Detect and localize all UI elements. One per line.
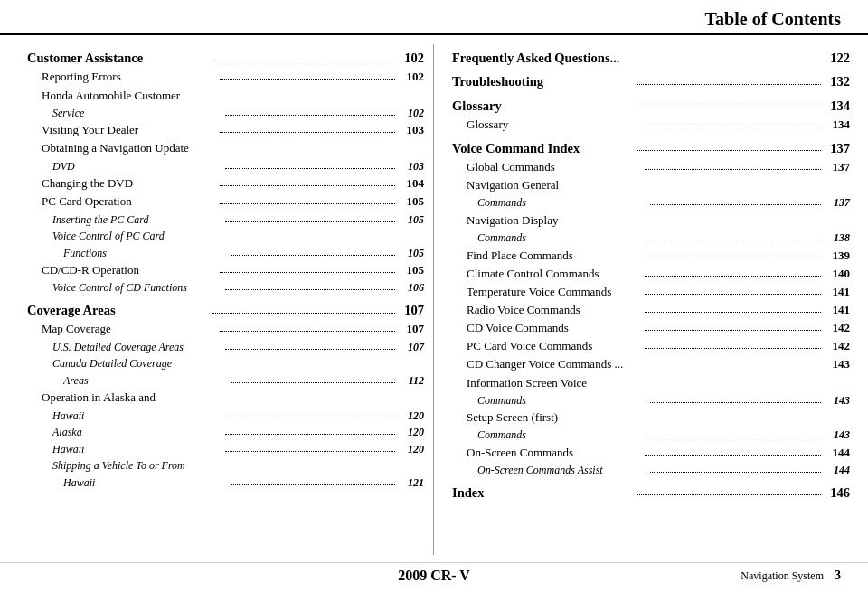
toc-page: 144	[825, 444, 850, 462]
toc-title: Temperature Voice Commands	[467, 283, 643, 301]
toc-dots	[231, 372, 396, 383]
toc-title: PC Card Voice Commands	[467, 337, 643, 355]
toc-title: Commands	[477, 230, 648, 247]
toc-page: 105	[399, 261, 424, 279]
toc-title: Troubleshooting	[452, 71, 636, 91]
toc-title: Commands	[477, 427, 648, 444]
toc-page: 137	[825, 138, 850, 158]
toc-dots	[637, 138, 821, 152]
toc-page: 141	[825, 301, 850, 319]
toc-page: 102	[399, 68, 424, 86]
toc-entry: Index146	[452, 483, 850, 503]
toc-page: 146	[825, 483, 850, 503]
toc-dots	[225, 211, 396, 222]
toc-title: U.S. Detailed Coverage Areas	[52, 339, 223, 356]
toc-dots	[650, 462, 821, 473]
toc-dots	[650, 194, 821, 205]
toc-page: 122	[825, 48, 850, 68]
toc-entry: Hawaii121	[27, 475, 424, 492]
toc-title: Find Place Commands	[467, 247, 643, 265]
toc-title: Areas	[63, 372, 229, 390]
toc-page: 134	[825, 116, 850, 134]
toc-title: Setup Screen (first)	[467, 409, 850, 427]
toc-entry: Commands137	[452, 194, 850, 211]
toc-dots	[220, 320, 396, 332]
toc-dots	[225, 105, 396, 116]
toc-dots	[225, 339, 396, 350]
left-column: Customer Assistance102Reporting Errors10…	[0, 44, 434, 555]
toc-title: Glossary	[452, 96, 636, 116]
toc-entry: Map Coverage107	[27, 320, 424, 338]
main-content: Customer Assistance102Reporting Errors10…	[0, 35, 868, 555]
toc-page: 121	[399, 475, 424, 492]
toc-page: 102	[399, 105, 424, 122]
toc-title: Map Coverage	[42, 320, 218, 338]
toc-dots	[650, 392, 821, 403]
toc-title: PC Card Operation	[42, 193, 218, 211]
toc-title: Voice Control of PC Card	[52, 228, 424, 245]
toc-entry: On-Screen Commands Assist144	[452, 462, 850, 479]
page-header: Table of Contents	[0, 0, 868, 35]
toc-entry: Inserting the PC Card105	[27, 211, 424, 229]
toc-title: Operation in Alaska and	[42, 389, 424, 407]
toc-page: 104	[399, 174, 424, 193]
toc-entry: Reporting Errors102	[27, 68, 424, 86]
footer-right-label: Navigation System	[741, 569, 824, 582]
toc-dots	[645, 337, 821, 349]
toc-entry: Coverage Areas107	[27, 300, 424, 320]
toc-page: 120	[399, 408, 424, 425]
toc-title: Navigation Display	[467, 211, 850, 230]
toc-page: 107	[399, 320, 424, 338]
toc-dots	[645, 265, 821, 277]
toc-title: Alaska	[52, 424, 223, 441]
toc-dots	[225, 408, 396, 418]
right-column: Frequently Asked Questions...122Troubles…	[434, 44, 868, 555]
toc-dots	[645, 158, 821, 170]
toc-dots	[212, 48, 396, 61]
toc-page: 142	[825, 319, 850, 337]
toc-title: Glossary	[467, 116, 643, 134]
toc-page: 137	[825, 158, 850, 176]
toc-page: 142	[825, 337, 850, 355]
toc-entry: CD Changer Voice Commands ...143	[452, 355, 850, 373]
toc-entry: Alaska120	[27, 424, 424, 441]
toc-entry: Canada Detailed Coverage	[27, 355, 424, 372]
toc-dots	[220, 68, 396, 80]
toc-title: Honda Automobile Customer	[42, 87, 424, 105]
toc-page: 103	[399, 158, 424, 175]
toc-entry: Customer Assistance102	[27, 48, 424, 68]
toc-entry: Service102	[27, 105, 424, 122]
toc-entry: PC Card Operation105	[27, 193, 424, 211]
toc-entry: Commands143	[452, 427, 850, 444]
toc-page: 105	[399, 211, 424, 229]
toc-title: Obtaining a Navigation Update	[42, 139, 424, 157]
toc-dots	[212, 300, 396, 314]
toc-title: Frequently Asked Questions...	[452, 48, 819, 68]
toc-page: 105	[399, 193, 424, 211]
toc-entry: Visiting Your Dealer103	[27, 121, 424, 139]
toc-dots	[645, 444, 821, 456]
toc-dots	[637, 71, 821, 85]
toc-page: 141	[825, 283, 850, 301]
toc-dots	[231, 245, 396, 256]
toc-dots	[225, 279, 396, 290]
toc-title: Service	[52, 105, 223, 122]
toc-page: 144	[825, 462, 850, 479]
toc-page: 120	[399, 424, 424, 441]
toc-page: 112	[399, 372, 424, 390]
toc-title: On-Screen Commands	[467, 444, 643, 462]
toc-page: 139	[825, 247, 850, 265]
toc-title: Customer Assistance	[27, 48, 211, 68]
toc-dots	[220, 121, 396, 133]
toc-entry: Shipping a Vehicle To or From	[27, 457, 424, 475]
toc-entry: DVD103	[27, 158, 424, 175]
toc-page: 102	[399, 48, 424, 68]
toc-title: Navigation General	[467, 176, 850, 194]
toc-entry: Radio Voice Commands141	[452, 301, 850, 319]
toc-title: Functions	[63, 245, 229, 262]
toc-page: 103	[399, 121, 424, 139]
toc-entry: Hawaii120	[27, 408, 424, 425]
toc-entry: CD Voice Commands142	[452, 319, 850, 337]
toc-entry: Navigation Display	[452, 211, 850, 230]
toc-dots	[225, 441, 396, 452]
